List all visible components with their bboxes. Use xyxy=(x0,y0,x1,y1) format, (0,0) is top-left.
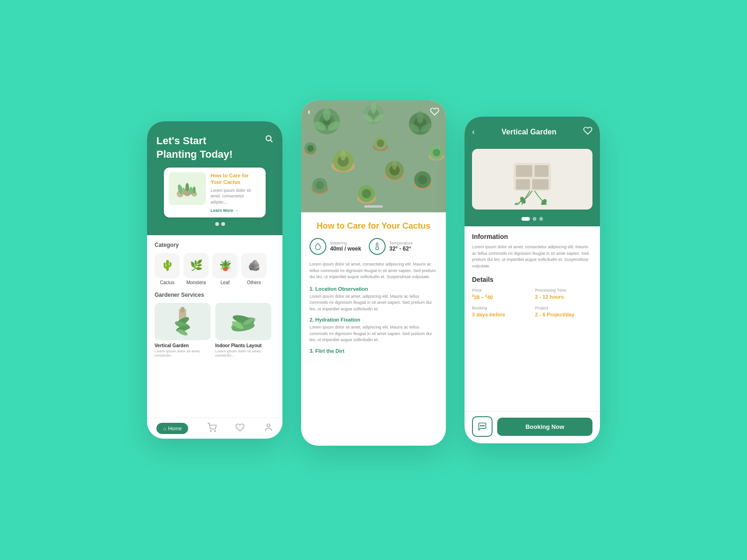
processing-time-label: Processing Time xyxy=(535,288,592,293)
detail-booking: Booking 3 days before xyxy=(472,306,529,317)
home-icon: ⌂ xyxy=(163,426,166,431)
phone2-title: How to Care for Your Cactus xyxy=(310,221,437,231)
section-2-text: Lorem ipsum dolor sit amet, adipiscing e… xyxy=(310,324,437,343)
svg-rect-68 xyxy=(516,165,532,177)
drag-handle xyxy=(364,205,383,208)
phone1-body: Category 🌵 Cactus 🌿 Monstera 🪴 Leaf 🪨 Ot… xyxy=(147,235,282,418)
svg-point-33 xyxy=(371,102,376,113)
svg-point-38 xyxy=(417,111,423,123)
phone2-hero-image: ‹ xyxy=(301,100,446,212)
processing-time-value: 2 - 12 hours xyxy=(535,294,592,300)
detail-price: Price $28 – $40 xyxy=(472,288,529,300)
svg-point-51 xyxy=(316,181,324,189)
svg-point-60 xyxy=(377,140,384,147)
phone3-dot-3[interactable] xyxy=(539,217,543,221)
phone2-back-button[interactable]: ‹ xyxy=(308,107,310,117)
phone2-description: Lorem ipsum dolor sit amet, consectetur … xyxy=(310,261,437,280)
learn-more-link[interactable]: Learn More → xyxy=(211,208,261,213)
nav-wishlist[interactable] xyxy=(235,423,245,434)
indoor-plants-desc: Lorem ipsum dolor sit amet, consectet... xyxy=(215,349,271,357)
nav-profile[interactable] xyxy=(264,423,273,434)
dot-1[interactable] xyxy=(204,222,213,226)
phone3-wishlist-button[interactable] xyxy=(583,126,592,138)
booking-value: 3 days before xyxy=(472,312,529,317)
svg-point-6 xyxy=(185,183,189,191)
heart-icon xyxy=(235,423,245,434)
details-title: Details xyxy=(472,276,592,283)
temperature-info: Temperature 32° - 62° xyxy=(389,241,413,252)
svg-point-54 xyxy=(362,189,371,198)
category-others[interactable]: 🪨 Others xyxy=(241,253,267,285)
categories-row: 🌵 Cactus 🌿 Monstera 🪴 Leaf 🪨 Others xyxy=(155,253,275,285)
svg-point-28 xyxy=(323,108,331,121)
phone3-plant-area xyxy=(465,144,600,217)
price-label: Price xyxy=(472,288,529,293)
svg-rect-11 xyxy=(181,307,184,312)
stats-row: Watering 40ml / week Temperature 32° - 6… xyxy=(310,238,437,255)
phone3-carousel-dots xyxy=(465,217,600,226)
others-icon: 🪨 xyxy=(241,253,267,278)
section-3: 3. Flirt the Dirt xyxy=(310,348,437,354)
svg-point-78 xyxy=(484,426,485,427)
section-1: 1. Location Observation Lorem ipsum dolo… xyxy=(310,286,437,313)
watering-label: Watering xyxy=(330,241,361,245)
phone2-wishlist-button[interactable] xyxy=(430,107,439,119)
watering-value: 40ml / week xyxy=(330,245,361,252)
phone3-dot-2[interactable] xyxy=(533,217,536,221)
section-2-title: 2. Hydration Fixation xyxy=(310,317,437,322)
feature-card-desc: Lorem ipsum dolor sit amet, consectetur … xyxy=(211,188,261,205)
project-label: Project xyxy=(535,306,592,310)
phone3-back-button[interactable]: ‹ xyxy=(472,127,475,137)
nav-home[interactable]: ⌂ Home xyxy=(156,423,188,434)
category-leaf[interactable]: 🪴 Leaf xyxy=(212,253,238,285)
feature-card-content: How to Care for Your Cactus Lorem ipsum … xyxy=(211,172,261,212)
stat-temperature: Temperature 32° - 62° xyxy=(369,238,413,255)
phone1-title: Let's Start Planting Today! xyxy=(156,134,273,161)
svg-point-77 xyxy=(480,426,481,427)
temp-value: 32° - 62° xyxy=(389,245,413,252)
leaf-label: Leaf xyxy=(220,280,229,285)
feature-card-title: How to Care for Your Cactus xyxy=(211,172,261,186)
profile-icon xyxy=(264,423,273,434)
vertical-garden-name: Vertical Garden xyxy=(155,343,211,348)
booking-now-button[interactable]: Booking Now xyxy=(497,418,592,436)
category-cactus[interactable]: 🌵 Cactus xyxy=(155,253,180,285)
stat-watering: Watering 40ml / week xyxy=(310,238,361,255)
dot-2[interactable] xyxy=(215,222,219,226)
svg-rect-70 xyxy=(516,179,530,189)
nav-cart[interactable] xyxy=(207,423,217,434)
category-monstera[interactable]: 🌿 Monstera xyxy=(183,253,209,285)
monstera-icon: 🌿 xyxy=(183,253,209,278)
svg-point-63 xyxy=(433,149,440,156)
information-title: Information xyxy=(472,233,592,240)
section-3-title: 3. Flirt the Dirt xyxy=(310,348,437,354)
cart-icon xyxy=(207,423,217,434)
chat-button[interactable] xyxy=(472,416,493,437)
phone3-dot-1[interactable] xyxy=(521,217,530,221)
cactus-label: Cactus xyxy=(160,280,174,285)
svg-point-48 xyxy=(392,161,397,170)
plant-image xyxy=(472,149,592,210)
svg-point-57 xyxy=(418,175,427,184)
svg-line-1 xyxy=(270,140,272,142)
detail-processing-time: Processing Time 2 - 12 hours xyxy=(535,288,592,300)
svg-point-76 xyxy=(482,426,483,427)
svg-point-44 xyxy=(340,150,346,161)
svg-point-22 xyxy=(215,431,216,432)
vertical-garden-image xyxy=(155,303,211,340)
details-grid: Price $28 – $40 Processing Time 2 - 12 h… xyxy=(472,288,592,317)
service-vertical-garden[interactable]: Vertical Garden Lorem ipsum dolor sit am… xyxy=(155,303,211,357)
service-indoor-plants[interactable]: Indoor Plants Layout Lorem ipsum dolor s… xyxy=(215,303,271,357)
search-icon[interactable] xyxy=(265,134,273,145)
section-1-text: Lorem ipsum dolor sit amet, adipiscing e… xyxy=(310,294,437,313)
dot-3[interactable] xyxy=(221,222,225,226)
price-value: $28 – $40 xyxy=(472,294,529,300)
detail-project: Project 2 - 6 Project/day xyxy=(535,306,592,317)
phone3-title: Vertical Garden xyxy=(501,128,556,136)
information-text: Lorem ipsum dolor sit amet, consectetur … xyxy=(472,244,592,269)
svg-rect-69 xyxy=(535,165,549,177)
cactus-icon: 🌵 xyxy=(155,253,180,278)
phone1-header: Let's Start Planting Today! xyxy=(147,121,282,235)
phone3-header: ‹ Vertical Garden xyxy=(465,117,600,144)
svg-point-0 xyxy=(266,136,271,141)
